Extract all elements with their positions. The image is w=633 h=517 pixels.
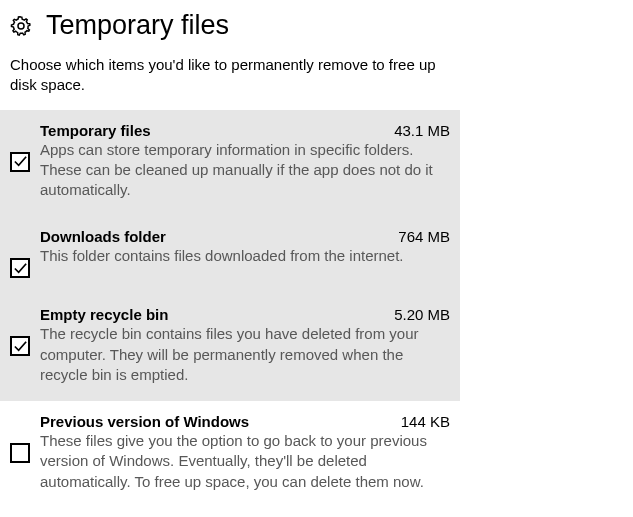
- svg-point-0: [18, 22, 24, 28]
- item-size: 5.20 MB: [394, 306, 450, 323]
- item-recycle-bin: Empty recycle bin 5.20 MB The recycle bi…: [0, 294, 460, 401]
- item-size: 764 MB: [398, 228, 450, 245]
- item-description: The recycle bin contains files you have …: [40, 323, 450, 385]
- item-size: 43.1 MB: [394, 122, 450, 139]
- checkbox-downloads-folder[interactable]: [10, 258, 30, 278]
- item-downloads-folder: Downloads folder 764 MB This folder cont…: [0, 216, 460, 294]
- item-title: Downloads folder: [40, 228, 166, 245]
- page-description: Choose which items you'd like to permane…: [0, 55, 460, 110]
- page-title: Temporary files: [46, 10, 229, 41]
- cleanup-items-list: Temporary files 43.1 MB Apps can store t…: [0, 110, 460, 508]
- item-description: This folder contains files downloaded fr…: [40, 245, 450, 266]
- item-temporary-files: Temporary files 43.1 MB Apps can store t…: [0, 110, 460, 217]
- checkbox-temporary-files[interactable]: [10, 152, 30, 172]
- checkbox-recycle-bin[interactable]: [10, 336, 30, 356]
- item-description: These files give you the option to go ba…: [40, 430, 450, 492]
- item-title: Previous version of Windows: [40, 413, 249, 430]
- item-title: Empty recycle bin: [40, 306, 168, 323]
- checkbox-previous-windows[interactable]: [10, 443, 30, 463]
- gear-icon: [10, 15, 32, 37]
- item-description: Apps can store temporary information in …: [40, 139, 450, 201]
- item-size: 144 KB: [401, 413, 450, 430]
- item-title: Temporary files: [40, 122, 151, 139]
- item-previous-windows: Previous version of Windows 144 KB These…: [0, 401, 460, 508]
